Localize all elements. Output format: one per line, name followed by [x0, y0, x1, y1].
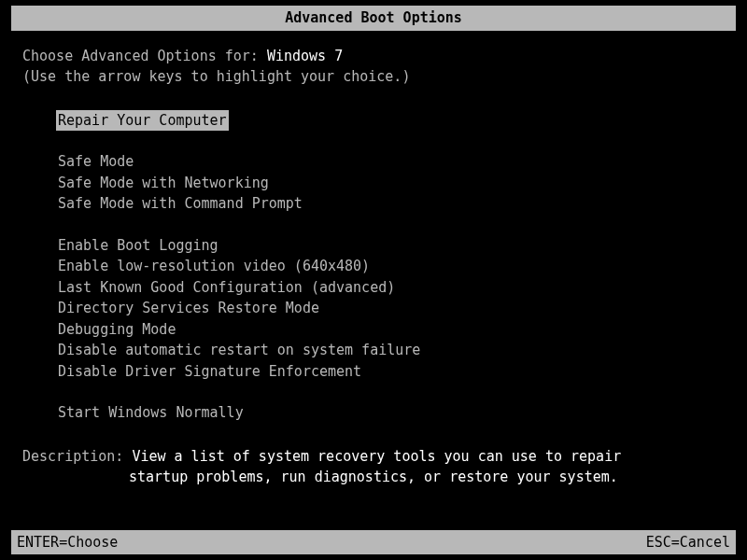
- description-text-line1: View a list of system recovery tools you…: [132, 448, 621, 465]
- menu-item-safe-mode-command-prompt[interactable]: Safe Mode with Command Prompt: [56, 193, 304, 215]
- footer-enter: ENTER=Choose: [17, 532, 118, 553]
- content-area: Choose Advanced Options for: Windows 7 (…: [0, 31, 747, 488]
- menu-item-safe-mode-networking[interactable]: Safe Mode with Networking: [56, 173, 271, 194]
- menu-item-low-res-video[interactable]: Enable low-resolution video (640x480): [56, 256, 372, 277]
- prompt-line: Choose Advanced Options for: Windows 7: [22, 46, 725, 67]
- menu-item-enable-boot-logging[interactable]: Enable Boot Logging: [56, 235, 220, 257]
- description-label: Description:: [22, 448, 132, 465]
- menu-item-debugging-mode[interactable]: Debugging Mode: [56, 319, 177, 341]
- prompt-prefix: Choose Advanced Options for:: [22, 48, 267, 64]
- os-name: Windows 7: [267, 48, 343, 64]
- menu-item-disable-auto-restart[interactable]: Disable automatic restart on system fail…: [56, 340, 422, 361]
- boot-menu[interactable]: Repair Your Computer Safe Mode Safe Mode…: [22, 110, 725, 424]
- page-title: Advanced Boot Options: [285, 9, 462, 26]
- description-text-line2: startup problems, run diagnostics, or re…: [129, 469, 618, 485]
- menu-item-last-known-good[interactable]: Last Known Good Configuration (advanced): [56, 277, 397, 299]
- title-bar: Advanced Boot Options: [11, 6, 736, 31]
- menu-item-start-windows-normally[interactable]: Start Windows Normally: [56, 402, 246, 424]
- menu-item-repair-your-computer[interactable]: Repair Your Computer: [56, 110, 229, 132]
- footer-esc: ESC=Cancel: [646, 532, 730, 553]
- footer-bar: ENTER=Choose ESC=Cancel: [11, 530, 736, 555]
- menu-item-disable-driver-sig[interactable]: Disable Driver Signature Enforcement: [56, 361, 363, 383]
- hint-line: (Use the arrow keys to highlight your ch…: [22, 66, 725, 88]
- menu-item-safe-mode[interactable]: Safe Mode: [56, 151, 135, 173]
- menu-item-directory-services-restore[interactable]: Directory Services Restore Mode: [56, 298, 321, 319]
- description-block: Description: View a list of system recov…: [22, 446, 725, 488]
